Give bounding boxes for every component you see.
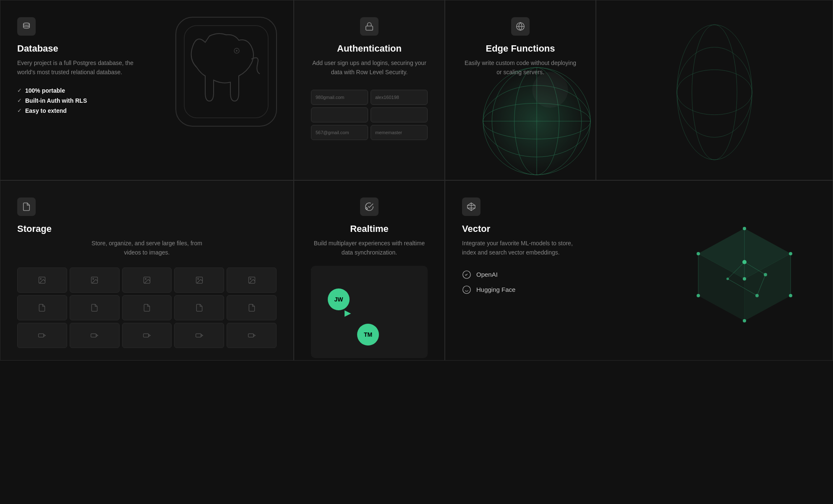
svg-point-26	[145, 278, 146, 280]
auth-field-email1: 980gmail.com	[311, 90, 368, 105]
svg-point-4	[236, 50, 238, 52]
edge-ext-visual	[613, 17, 816, 167]
storage-icon	[22, 202, 31, 211]
auth-form-mockup: 980gmail.com alex160198 567@gmail.com me…	[311, 90, 428, 140]
auth-row-2	[311, 107, 428, 122]
svg-point-55	[789, 252, 792, 255]
avatar-jw: JW	[328, 288, 350, 310]
video-icon	[195, 331, 204, 340]
svg-rect-35	[144, 334, 149, 337]
openai-label: OpenAI	[476, 271, 498, 278]
edge-icon-box	[511, 17, 530, 36]
database-icon-box	[17, 17, 36, 36]
realtime-visual: JW ▶ TM	[311, 266, 428, 358]
globe-visual	[470, 54, 596, 180]
huggingface-icon	[462, 285, 471, 294]
file-icon	[38, 304, 46, 312]
storage-cell-file1	[17, 295, 67, 320]
vector-description: Integrate your favorite ML-models to sto…	[462, 239, 580, 257]
storage-cell-file5	[227, 295, 277, 320]
vector-icon	[467, 202, 476, 211]
storage-cell-vid2	[70, 323, 120, 348]
svg-marker-38	[201, 334, 203, 336]
svg-point-45	[463, 286, 470, 294]
svg-point-18	[692, 25, 737, 160]
svg-point-0	[24, 23, 30, 26]
storage-cell-img4	[174, 268, 224, 293]
svg-marker-32	[44, 334, 46, 336]
video-icon	[38, 331, 46, 340]
video-icon	[90, 331, 99, 340]
vector-card: Vector Integrate your favorite ML-models…	[445, 180, 833, 361]
svg-rect-5	[366, 26, 373, 30]
svg-rect-31	[39, 334, 44, 337]
svg-point-19	[677, 70, 752, 114]
database-card: Database Every project is a full Postgre…	[0, 0, 294, 180]
storage-card: Storage Store, organize, and serve large…	[0, 180, 294, 361]
auth-field-blank2	[371, 107, 428, 122]
svg-point-28	[198, 278, 199, 280]
auth-header: Authentication Add user sign ups and log…	[311, 17, 428, 77]
database-description: Every project is a full Postgres databas…	[17, 58, 135, 77]
auth-field-user2: mememaster	[371, 125, 428, 140]
auth-icon-box	[360, 17, 379, 36]
vector-icon-box	[462, 197, 480, 216]
svg-point-24	[93, 278, 94, 280]
avatar-tm: TM	[357, 324, 379, 346]
svg-point-60	[743, 319, 746, 322]
storage-cell-img1	[17, 268, 67, 293]
realtime-title: Realtime	[350, 223, 389, 234]
svg-rect-39	[248, 334, 253, 337]
image-icon	[248, 276, 256, 284]
svg-rect-37	[196, 334, 201, 337]
svg-rect-1	[176, 17, 277, 126]
svg-point-57	[743, 277, 746, 281]
image-icon	[143, 276, 151, 284]
database-icon	[22, 22, 31, 31]
svg-point-22	[40, 278, 42, 280]
storage-cell-file3	[122, 295, 172, 320]
auth-field-blank1	[311, 107, 368, 122]
file-icon	[143, 304, 151, 312]
svg-point-16	[532, 72, 568, 108]
realtime-icon	[365, 202, 374, 211]
svg-point-30	[250, 278, 251, 280]
auth-field-email2: 567@gmail.com	[311, 125, 368, 140]
svg-point-58	[789, 294, 792, 297]
svg-point-59	[697, 294, 700, 297]
auth-title: Authentication	[337, 43, 402, 54]
edge-ext-card	[596, 0, 833, 180]
storage-icon-box	[17, 197, 36, 216]
storage-cell-file2	[70, 295, 120, 320]
storage-cell-vid4	[174, 323, 224, 348]
storage-cell-file4	[174, 295, 224, 320]
file-icon	[248, 304, 256, 312]
storage-cell-img5	[227, 268, 277, 293]
auth-field-user1: alex160198	[371, 90, 428, 105]
huggingface-label: Hugging Face	[476, 286, 515, 293]
realtime-icon-box	[360, 197, 379, 216]
storage-title: Storage	[17, 223, 277, 234]
svg-rect-33	[91, 334, 97, 337]
storage-file-grid	[17, 268, 277, 348]
edge-icon	[516, 22, 525, 31]
auth-row-1: 980gmail.com alex160198	[311, 90, 428, 105]
image-icon	[38, 276, 46, 284]
storage-cell-img2	[70, 268, 120, 293]
lock-icon	[365, 22, 374, 31]
svg-point-56	[697, 252, 700, 255]
auth-row-3: 567@gmail.com mememaster	[311, 125, 428, 140]
image-icon	[195, 276, 204, 284]
avatar-jw-dot	[311, 268, 312, 273]
svg-marker-36	[149, 334, 150, 336]
file-icon	[90, 304, 99, 312]
storage-cell-vid3	[122, 323, 172, 348]
storage-cell-vid1	[17, 323, 67, 348]
storage-description: Store, organize, and serve large files, …	[88, 239, 206, 257]
postgres-visual	[163, 9, 289, 135]
vector-3d-visual	[673, 212, 816, 329]
video-icon	[248, 331, 256, 340]
svg-point-54	[743, 227, 746, 230]
edge-title: Edge Functions	[486, 43, 555, 54]
file-icon	[195, 304, 204, 312]
